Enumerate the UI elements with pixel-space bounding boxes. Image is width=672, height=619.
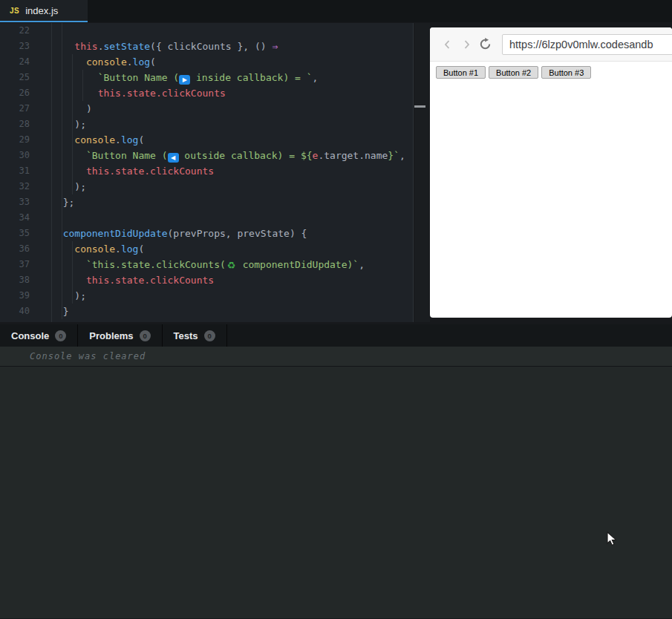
line-number[interactable]: 27 xyxy=(0,101,30,117)
line-number[interactable]: 25 xyxy=(0,70,30,85)
panel-tab-label: Console xyxy=(11,330,49,341)
line-number[interactable]: 23 xyxy=(0,39,30,54)
code-text: } xyxy=(51,304,68,319)
code-line[interactable]: 25 `Button Name (▶ inside callback) = `, xyxy=(0,70,413,85)
line-number[interactable]: 28 xyxy=(0,117,30,132)
count-badge: 0 xyxy=(55,330,66,341)
line-number[interactable]: 31 xyxy=(0,163,30,179)
code-line[interactable]: 38 this.state.clickCounts xyxy=(0,272,413,288)
preview-button-3[interactable]: Button #3 xyxy=(541,66,591,79)
code-line[interactable]: 34 xyxy=(0,210,413,226)
code-editor[interactable]: 2223 this.setState({ clickCounts }, () ⇒… xyxy=(0,23,414,322)
console-output-row: Console was cleared xyxy=(0,347,672,367)
line-number[interactable]: 39 xyxy=(0,288,30,304)
preview-button-2[interactable]: Button #2 xyxy=(489,66,538,79)
preview-button-1[interactable]: Button #1 xyxy=(436,66,486,79)
code-text: console.log( xyxy=(51,241,144,257)
code-line[interactable]: 31 this.state.clickCounts xyxy=(0,163,413,179)
code-text: this.state.clickCounts xyxy=(51,85,226,101)
code-line[interactable]: 41 xyxy=(0,319,413,322)
code-text: }; xyxy=(51,194,74,210)
console-output-area[interactable] xyxy=(0,367,672,618)
codesandbox-window: JS index.js 2223 this.setState({ clickCo… xyxy=(0,0,672,619)
pane-resize-handle[interactable] xyxy=(414,105,425,108)
line-number[interactable]: 37 xyxy=(0,257,30,272)
line-number[interactable]: 33 xyxy=(0,194,30,210)
panel-tab-console[interactable]: Console0 xyxy=(0,324,78,347)
code-line[interactable]: 37 `this.state.clickCounts(♻ componentDi… xyxy=(0,257,413,272)
code-text: this.state.clickCounts xyxy=(51,163,214,179)
code-lines: 2223 this.setState({ clickCounts }, () ⇒… xyxy=(0,23,413,322)
count-badge: 0 xyxy=(140,330,151,341)
line-number[interactable]: 40 xyxy=(0,304,30,319)
panel-tab-label: Problems xyxy=(89,330,133,341)
code-line[interactable]: 33 }; xyxy=(0,194,413,210)
line-number[interactable]: 41 xyxy=(0,319,30,322)
preview-content: Button #1Button #2Button #3 xyxy=(430,62,672,79)
line-number[interactable]: 30 xyxy=(0,148,30,163)
code-text: this.setState({ clickCounts }, () ⇒ xyxy=(51,39,278,54)
panel-tab-problems[interactable]: Problems0 xyxy=(78,324,162,347)
code-text: ) xyxy=(51,101,92,117)
line-number[interactable]: 32 xyxy=(0,179,30,194)
address-bar-input[interactable] xyxy=(502,34,672,55)
line-number[interactable]: 29 xyxy=(0,132,30,148)
code-line[interactable]: 35 componentDidUpdate(prevProps, prevSta… xyxy=(0,226,413,241)
code-text: `Button Name (▶ inside callback) = `, xyxy=(51,70,318,85)
line-number[interactable]: 24 xyxy=(0,54,30,70)
code-text: ); xyxy=(51,288,86,304)
count-badge: 0 xyxy=(204,330,215,341)
javascript-file-icon: JS xyxy=(10,7,19,15)
recycle-emoji-icon: ♻ xyxy=(226,261,237,270)
code-text: console.log( xyxy=(51,132,144,148)
panel-tab-tests[interactable]: Tests0 xyxy=(163,324,227,347)
code-line[interactable]: 39 ); xyxy=(0,288,413,304)
preview-navigation-bar xyxy=(430,27,672,62)
code-line[interactable]: 26 this.state.clickCounts xyxy=(0,85,413,101)
dev-panel: Console0Problems0Tests0 Console was clea… xyxy=(0,324,672,619)
play-emoji-icon: ▶ xyxy=(179,75,190,85)
code-line[interactable]: 28 ); xyxy=(0,117,413,132)
editor-tab-bar: JS index.js xyxy=(0,0,672,22)
dev-panel-tabs: Console0Problems0Tests0 xyxy=(0,324,672,347)
editor-tab-indexjs[interactable]: JS index.js xyxy=(0,0,88,22)
code-text: ); xyxy=(51,117,86,132)
console-cleared-message: Console was cleared xyxy=(30,351,146,361)
code-line[interactable]: 36 console.log( xyxy=(0,241,413,257)
editor-tab-label: index.js xyxy=(25,5,58,16)
line-number[interactable]: 26 xyxy=(0,85,30,101)
line-number[interactable]: 22 xyxy=(0,23,30,39)
forward-icon[interactable] xyxy=(460,39,472,50)
code-line[interactable]: 22 xyxy=(0,23,413,39)
code-line[interactable]: 24 console.log( xyxy=(0,54,413,70)
mouse-cursor xyxy=(607,531,619,548)
code-text: ); xyxy=(51,179,86,194)
code-text: this.state.clickCounts xyxy=(51,272,214,288)
code-line[interactable]: 40 } xyxy=(0,304,413,319)
rewind-emoji-icon: ◀ xyxy=(168,153,179,163)
browser-preview-pane: Button #1Button #2Button #3 xyxy=(430,27,672,318)
line-number[interactable]: 35 xyxy=(0,226,30,241)
code-line[interactable]: 32 ); xyxy=(0,179,413,194)
code-text: componentDidUpdate(prevProps, prevState)… xyxy=(51,226,307,241)
panel-tab-label: Tests xyxy=(174,330,198,341)
line-number[interactable]: 36 xyxy=(0,241,30,257)
code-line[interactable]: 23 this.setState({ clickCounts }, () ⇒ xyxy=(0,39,413,54)
refresh-icon[interactable] xyxy=(479,38,492,50)
back-icon[interactable] xyxy=(442,39,454,50)
code-line[interactable]: 27 ) xyxy=(0,101,413,117)
code-text: `Button Name (◀ outside callback) = ${e.… xyxy=(51,148,405,163)
code-line[interactable]: 30 `Button Name (◀ outside callback) = $… xyxy=(0,148,413,163)
pane-divider xyxy=(414,23,430,322)
code-text: `this.state.clickCounts(♻ componentDidUp… xyxy=(51,257,365,272)
code-text: console.log( xyxy=(51,54,156,70)
line-number[interactable]: 38 xyxy=(0,272,30,288)
line-number[interactable]: 34 xyxy=(0,210,30,226)
code-line[interactable]: 29 console.log( xyxy=(0,132,413,148)
